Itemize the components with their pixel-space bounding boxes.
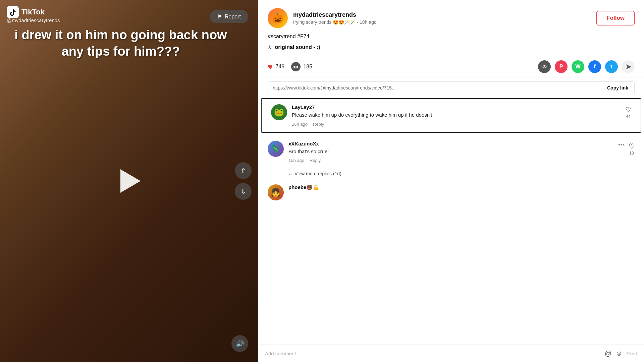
comment-item: 🦎 xXKazunoXx Bro that's so cruel 15h ago…	[258, 135, 644, 169]
view-replies-label: View more replies (16)	[294, 171, 341, 176]
comment-like-count: 44	[626, 114, 630, 119]
comment-username: xXKazunoXx	[288, 141, 635, 146]
video-overlay-text: i drew it on him no going back now any t…	[10, 27, 231, 60]
nav-down-button[interactable]: ⇩	[235, 183, 252, 200]
chevron-down-icon: ⇩	[240, 187, 246, 195]
comment-item: 👧 phoebe🐻💪	[258, 179, 644, 206]
more-share-button[interactable]: ➤	[622, 60, 635, 73]
volume-button[interactable]: 🔊	[231, 335, 248, 352]
reply-button[interactable]: Reply	[313, 122, 324, 127]
like-action[interactable]: ♥ 749	[268, 62, 284, 72]
comment-text: Bro that's so cruel	[288, 148, 635, 156]
music-icon: ♫	[268, 44, 272, 51]
comments-count: 185	[303, 64, 312, 70]
likes-count: 749	[275, 64, 284, 70]
whatsapp-share-button[interactable]: W	[572, 60, 584, 73]
facebook-share-button[interactable]: f	[588, 60, 601, 73]
link-bar: https://www.tiktok.com/@mydadtriescarytr…	[268, 81, 635, 94]
comment-bubble-icon: ●●	[291, 62, 301, 71]
twitter-share-button[interactable]: t	[605, 60, 618, 73]
comment-avatar: 🐸	[271, 104, 287, 120]
comment-like-count: 18	[629, 151, 634, 156]
twitter-icon: t	[610, 64, 612, 70]
volume-icon: 🔊	[236, 340, 244, 348]
nav-up-button[interactable]: ⇧	[235, 162, 252, 179]
comment-item: 🐸 LayLay27 Please wake him up do everyth…	[261, 98, 641, 133]
post-sound-name: original sound - :)	[275, 44, 320, 50]
tiktok-username: @mydadtriescarytrends	[7, 17, 60, 23]
nav-arrows: ⇧ ⇩	[235, 162, 252, 200]
comment-text: Please wake him up do everything to wake…	[292, 111, 631, 119]
link-url: https://www.tiktok.com/@mydadtriescarytr…	[268, 82, 601, 94]
comments-list: 🐸 LayLay27 Please wake him up do everyth…	[258, 98, 644, 345]
comment-input[interactable]	[265, 351, 601, 356]
share-icons: </> P W f t ➤	[538, 60, 635, 73]
post-sound: ♫ original sound - :)	[258, 42, 644, 56]
post-comment-button[interactable]: Post	[626, 351, 637, 356]
copy-link-button[interactable]: Copy link	[601, 82, 634, 94]
comment-body: LayLay27 Please wake him up do everythin…	[292, 104, 631, 127]
like-heart-icon[interactable]: ♡	[625, 106, 631, 114]
comments-panel: 🎃 mydadtriescarytrends trying scary tren…	[258, 0, 644, 362]
pocket-icon: P	[559, 64, 563, 70]
heart-icon: ♥	[268, 62, 273, 72]
play-button[interactable]	[116, 168, 143, 194]
report-button[interactable]: ⚑ Report	[210, 10, 248, 23]
play-icon	[120, 169, 141, 193]
comment-body: xXKazunoXx Bro that's so cruel 15h ago R…	[288, 141, 635, 163]
pocket-share-button[interactable]: P	[555, 60, 568, 73]
embed-share-button[interactable]: </>	[538, 60, 551, 73]
embed-icon: </>	[541, 64, 547, 69]
follow-button[interactable]: Follow	[596, 11, 635, 25]
comment-username: LayLay27	[292, 104, 631, 110]
report-label: Report	[225, 14, 241, 20]
comment-input-bar: @ ☺ Post	[258, 345, 644, 362]
post-info: mydadtriescarytrends trying scary trends…	[293, 11, 591, 25]
mention-icon[interactable]: @	[605, 350, 611, 357]
comment-meta: 16h ago Reply	[292, 122, 631, 127]
post-avatar: 🎃	[268, 8, 288, 28]
comment-time: 15h ago	[288, 158, 304, 163]
view-more-replies-button[interactable]: ⌄ View more replies (16)	[258, 168, 644, 179]
reply-button[interactable]: Reply	[310, 158, 321, 163]
facebook-icon: f	[594, 64, 595, 70]
post-username: mydadtriescarytrends	[293, 11, 591, 18]
whatsapp-icon: W	[575, 64, 580, 70]
post-subtitle: trying scary trends 😍😍🪄🪄 · 18h ago	[293, 19, 591, 25]
comment-like: ♡ 44	[625, 106, 631, 119]
action-bar: ♥ 749 ●● 185 </> P W f t	[258, 56, 644, 77]
post-header: 🎃 mydadtriescarytrends trying scary tren…	[258, 0, 644, 34]
tiktok-icon	[7, 6, 19, 18]
comment-action[interactable]: ●● 185	[291, 62, 312, 71]
video-panel: TikTok @mydadtriescarytrends ⚑ Report i …	[0, 0, 258, 362]
chevron-down-icon: ⌄	[288, 171, 292, 176]
comment-username: phoebe🐻💪	[288, 184, 635, 190]
comment-avatar: 👧	[268, 184, 284, 200]
emoji-icon[interactable]: ☺	[615, 350, 622, 357]
flag-icon: ⚑	[217, 13, 222, 20]
comment-meta: 15h ago Reply	[288, 158, 635, 163]
post-tags: #scarytrend #F74	[258, 34, 644, 42]
tiktok-logo: TikTok	[7, 6, 45, 18]
comment-time: 16h ago	[292, 122, 308, 127]
forward-icon: ➤	[626, 63, 631, 71]
comment-options-button[interactable]: •••	[618, 141, 625, 148]
comment-avatar: 🦎	[268, 141, 284, 157]
comment-like: ♡ 18	[629, 142, 635, 156]
like-heart-icon[interactable]: ♡	[629, 142, 635, 150]
tiktok-name: TikTok	[21, 8, 45, 16]
comment-body: phoebe🐻💪	[288, 184, 635, 200]
chevron-up-icon: ⇧	[240, 167, 246, 175]
